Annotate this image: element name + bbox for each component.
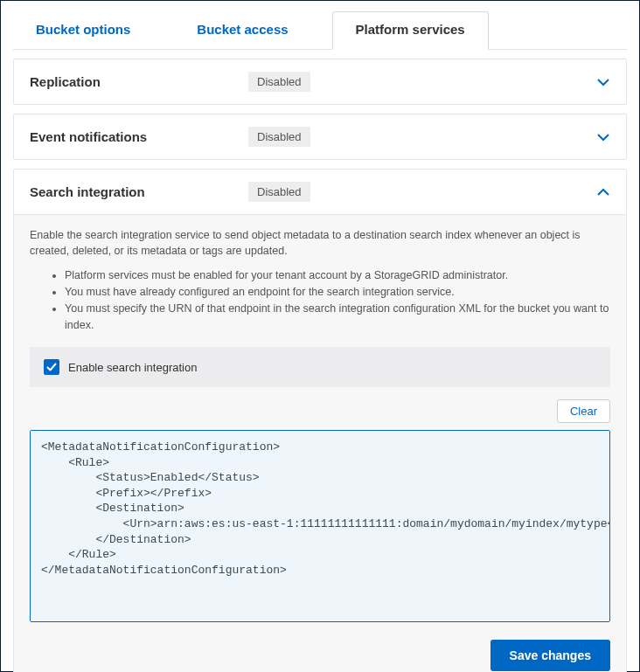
- section-title: Replication: [30, 74, 248, 89]
- tab-bar: Bucket options Bucket access Platform se…: [13, 11, 627, 50]
- tab-spacer: [311, 11, 332, 49]
- section-header-search-integration[interactable]: Search integration Disabled: [14, 170, 626, 214]
- search-integration-body: Enable the search integration service to…: [14, 214, 626, 672]
- enable-search-row: Enable search integration: [30, 347, 610, 387]
- save-changes-button[interactable]: Save changes: [490, 640, 610, 671]
- tab-platform-services[interactable]: Platform services: [332, 11, 489, 50]
- status-badge: Disabled: [248, 72, 310, 92]
- section-header-replication[interactable]: Replication Disabled: [14, 59, 626, 104]
- chevron-up-icon: [596, 185, 610, 199]
- chevron-down-icon: [596, 75, 610, 89]
- check-icon: [45, 361, 58, 373]
- enable-search-label: Enable search integration: [68, 361, 197, 374]
- section-title: Event notifications: [30, 129, 248, 144]
- list-item: You must have already configured an endp…: [65, 284, 610, 301]
- section-search-integration: Search integration Disabled Enable the s…: [13, 169, 627, 672]
- chevron-down-icon: [596, 130, 610, 144]
- page-frame: Bucket options Bucket access Platform se…: [0, 0, 640, 672]
- list-item: Platform services must be enabled for yo…: [65, 267, 610, 284]
- status-badge: Disabled: [248, 127, 310, 147]
- save-row: Save changes: [30, 640, 610, 671]
- section-header-event-notifications[interactable]: Event notifications Disabled: [14, 114, 626, 159]
- section-title: Search integration: [30, 184, 248, 199]
- list-item: You must specify the URN of that endpoin…: [65, 301, 610, 334]
- section-replication: Replication Disabled: [13, 59, 627, 105]
- status-badge: Disabled: [248, 182, 310, 202]
- section-event-notifications: Event notifications Disabled: [13, 114, 627, 160]
- search-config-xml-editor[interactable]: [30, 430, 610, 622]
- search-description: Enable the search integration service to…: [30, 227, 610, 259]
- tab-bucket-options[interactable]: Bucket options: [13, 11, 153, 49]
- search-requirements-list: Platform services must be enabled for yo…: [30, 267, 610, 333]
- tab-spacer: [153, 11, 174, 49]
- enable-search-checkbox[interactable]: [44, 359, 59, 375]
- tab-fill: [489, 11, 627, 49]
- tab-bucket-access[interactable]: Bucket access: [174, 11, 310, 49]
- clear-row: Clear: [30, 399, 610, 423]
- clear-button[interactable]: Clear: [557, 399, 610, 423]
